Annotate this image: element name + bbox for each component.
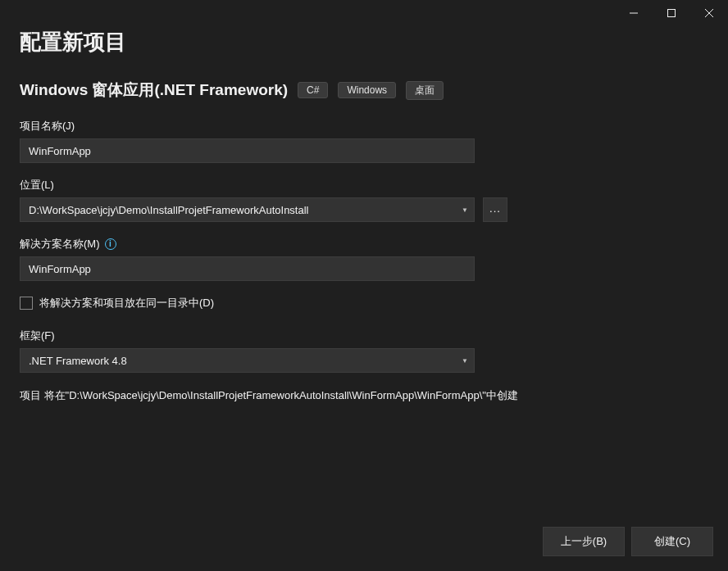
framework-select[interactable]: .NET Framework 4.8: [20, 348, 475, 373]
same-directory-row: 将解决方案和项目放在同一目录中(D): [20, 296, 708, 310]
maximize-button[interactable]: [653, 0, 690, 26]
same-directory-label[interactable]: 将解决方案和项目放在同一目录中(D): [39, 296, 214, 310]
svg-rect-0: [668, 10, 676, 17]
page-title: 配置新项目: [20, 28, 708, 57]
window-controls: [615, 0, 728, 26]
tag-language: C#: [298, 82, 328, 98]
close-button[interactable]: [690, 0, 728, 26]
info-icon[interactable]: i: [105, 238, 116, 250]
solution-name-label: 解决方案名称(M) i: [20, 237, 708, 252]
project-name-label: 项目名称(J): [20, 119, 708, 134]
footer: 上一步(B) 创建(C): [543, 527, 713, 556]
location-label: 位置(L): [20, 178, 708, 193]
template-header: Windows 窗体应用(.NET Framework) C# Windows …: [20, 79, 708, 101]
template-name: Windows 窗体应用(.NET Framework): [20, 79, 288, 101]
tag-type: 桌面: [406, 81, 444, 100]
tag-platform: Windows: [338, 82, 396, 98]
same-directory-checkbox[interactable]: [20, 297, 33, 310]
solution-name-label-text: 解决方案名称(M): [20, 237, 100, 252]
solution-name-group: 解决方案名称(M) i: [20, 237, 708, 281]
location-input[interactable]: [20, 197, 475, 222]
project-name-group: 项目名称(J): [20, 119, 708, 163]
framework-group: 框架(F) .NET Framework 4.8 ▼: [20, 329, 708, 373]
browse-button[interactable]: ...: [483, 197, 507, 222]
minimize-button[interactable]: [615, 0, 653, 26]
creation-path-text: 项目 将在"D:\WorkSpace\jcjy\Demo\InstallProj…: [20, 387, 594, 404]
project-name-input[interactable]: [20, 138, 475, 163]
titlebar: [0, 0, 728, 26]
content-area: 配置新项目 Windows 窗体应用(.NET Framework) C# Wi…: [0, 28, 728, 404]
location-group: 位置(L) ▼ ...: [20, 178, 708, 222]
back-button[interactable]: 上一步(B): [543, 527, 625, 556]
solution-name-input[interactable]: [20, 256, 475, 281]
framework-label: 框架(F): [20, 329, 708, 343]
create-button[interactable]: 创建(C): [631, 527, 713, 556]
